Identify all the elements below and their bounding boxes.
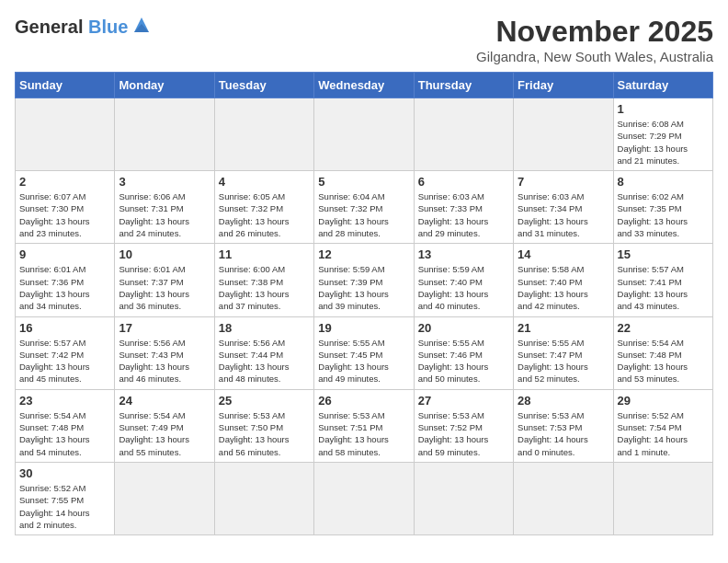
day-info: Sunrise: 5:52 AM Sunset: 7:54 PM Dayligh… — [618, 409, 709, 458]
logo-icon — [131, 15, 152, 39]
calendar-cell — [514, 98, 613, 171]
day-number: 9 — [19, 247, 110, 261]
day-number: 1 — [618, 102, 709, 116]
day-number: 23 — [19, 394, 110, 408]
day-info: Sunrise: 6:06 AM Sunset: 7:31 PM Dayligh… — [119, 190, 210, 239]
day-info: Sunrise: 6:00 AM Sunset: 7:38 PM Dayligh… — [219, 263, 310, 312]
day-info: Sunrise: 5:55 AM Sunset: 7:46 PM Dayligh… — [418, 337, 509, 385]
calendar-week-row: 16Sunrise: 5:57 AM Sunset: 7:42 PM Dayli… — [16, 316, 713, 389]
day-info: Sunrise: 5:59 AM Sunset: 7:40 PM Dayligh… — [418, 263, 509, 312]
logo-text: General Blue — [15, 17, 128, 38]
day-number: 18 — [219, 321, 310, 335]
calendar-cell: 4Sunrise: 6:05 AM Sunset: 7:32 PM Daylig… — [214, 171, 313, 244]
calendar-cell — [414, 98, 513, 171]
calendar-cell: 19Sunrise: 5:55 AM Sunset: 7:45 PM Dayli… — [314, 316, 414, 389]
day-info: Sunrise: 6:01 AM Sunset: 7:36 PM Dayligh… — [19, 263, 110, 312]
day-info: Sunrise: 6:01 AM Sunset: 7:37 PM Dayligh… — [119, 263, 210, 312]
day-info: Sunrise: 5:53 AM Sunset: 7:51 PM Dayligh… — [318, 409, 409, 458]
day-info: Sunrise: 5:53 AM Sunset: 7:53 PM Dayligh… — [518, 409, 609, 458]
weekday-header-sunday: Sunday — [16, 73, 115, 98]
calendar-cell — [115, 98, 214, 171]
day-number: 17 — [119, 321, 210, 335]
calendar-cell: 11Sunrise: 6:00 AM Sunset: 7:38 PM Dayli… — [214, 244, 313, 316]
day-number: 2 — [19, 175, 110, 189]
logo: General Blue — [15, 15, 152, 39]
page-header: General Blue November 2025 Gilgandra, Ne… — [15, 15, 713, 64]
day-number: 7 — [518, 175, 609, 189]
calendar-cell: 1Sunrise: 6:08 AM Sunset: 7:29 PM Daylig… — [613, 98, 712, 171]
calendar-cell: 20Sunrise: 5:55 AM Sunset: 7:46 PM Dayli… — [414, 316, 513, 389]
day-number: 3 — [119, 175, 210, 189]
calendar-cell: 5Sunrise: 6:04 AM Sunset: 7:32 PM Daylig… — [314, 171, 414, 244]
day-number: 30 — [19, 466, 110, 480]
calendar-cell: 23Sunrise: 5:54 AM Sunset: 7:48 PM Dayli… — [16, 389, 115, 462]
calendar-cell: 17Sunrise: 5:56 AM Sunset: 7:43 PM Dayli… — [115, 316, 214, 389]
weekday-header-tuesday: Tuesday — [214, 73, 313, 98]
day-number: 16 — [19, 321, 110, 335]
calendar-cell: 27Sunrise: 5:53 AM Sunset: 7:52 PM Dayli… — [414, 389, 513, 462]
calendar-cell: 2Sunrise: 6:07 AM Sunset: 7:30 PM Daylig… — [16, 171, 115, 244]
calendar-cell: 9Sunrise: 6:01 AM Sunset: 7:36 PM Daylig… — [16, 244, 115, 316]
weekday-header-row: SundayMondayTuesdayWednesdayThursdayFrid… — [16, 73, 713, 98]
weekday-header-friday: Friday — [514, 73, 613, 98]
day-number: 6 — [418, 175, 509, 189]
day-info: Sunrise: 6:05 AM Sunset: 7:32 PM Dayligh… — [219, 190, 310, 239]
calendar-week-row: 23Sunrise: 5:54 AM Sunset: 7:48 PM Dayli… — [16, 389, 713, 462]
day-number: 14 — [518, 247, 609, 261]
calendar-cell: 10Sunrise: 6:01 AM Sunset: 7:37 PM Dayli… — [115, 244, 214, 316]
day-number: 27 — [418, 394, 509, 408]
weekday-header-wednesday: Wednesday — [314, 73, 414, 98]
calendar-cell: 28Sunrise: 5:53 AM Sunset: 7:53 PM Dayli… — [514, 389, 613, 462]
day-info: Sunrise: 5:55 AM Sunset: 7:45 PM Dayligh… — [318, 337, 409, 385]
day-info: Sunrise: 6:03 AM Sunset: 7:33 PM Dayligh… — [418, 190, 509, 239]
day-number: 21 — [518, 321, 609, 335]
calendar-week-row: 1Sunrise: 6:08 AM Sunset: 7:29 PM Daylig… — [16, 98, 713, 171]
calendar-cell — [115, 462, 214, 534]
calendar-week-row: 9Sunrise: 6:01 AM Sunset: 7:36 PM Daylig… — [16, 244, 713, 316]
calendar-cell: 16Sunrise: 5:57 AM Sunset: 7:42 PM Dayli… — [16, 316, 115, 389]
calendar-cell: 6Sunrise: 6:03 AM Sunset: 7:33 PM Daylig… — [414, 171, 513, 244]
day-info: Sunrise: 5:52 AM Sunset: 7:55 PM Dayligh… — [19, 482, 110, 531]
calendar-week-row: 2Sunrise: 6:07 AM Sunset: 7:30 PM Daylig… — [16, 171, 713, 244]
day-info: Sunrise: 5:57 AM Sunset: 7:41 PM Dayligh… — [618, 263, 709, 312]
day-info: Sunrise: 5:53 AM Sunset: 7:52 PM Dayligh… — [418, 409, 509, 458]
day-number: 4 — [219, 175, 310, 189]
calendar-cell: 12Sunrise: 5:59 AM Sunset: 7:39 PM Dayli… — [314, 244, 414, 316]
calendar-cell: 8Sunrise: 6:02 AM Sunset: 7:35 PM Daylig… — [613, 171, 712, 244]
calendar-cell — [514, 462, 613, 534]
calendar-cell — [214, 462, 313, 534]
calendar-cell — [613, 462, 712, 534]
day-number: 28 — [518, 394, 609, 408]
day-info: Sunrise: 5:56 AM Sunset: 7:43 PM Dayligh… — [119, 337, 210, 385]
day-number: 26 — [318, 394, 409, 408]
calendar-cell: 3Sunrise: 6:06 AM Sunset: 7:31 PM Daylig… — [115, 171, 214, 244]
day-info: Sunrise: 5:54 AM Sunset: 7:48 PM Dayligh… — [618, 337, 709, 385]
weekday-header-monday: Monday — [115, 73, 214, 98]
day-number: 20 — [418, 321, 509, 335]
day-info: Sunrise: 6:07 AM Sunset: 7:30 PM Dayligh… — [19, 190, 110, 239]
day-number: 12 — [318, 247, 409, 261]
calendar-cell: 14Sunrise: 5:58 AM Sunset: 7:40 PM Dayli… — [514, 244, 613, 316]
day-info: Sunrise: 5:57 AM Sunset: 7:42 PM Dayligh… — [19, 337, 110, 385]
calendar-cell: 24Sunrise: 5:54 AM Sunset: 7:49 PM Dayli… — [115, 389, 214, 462]
day-info: Sunrise: 5:56 AM Sunset: 7:44 PM Dayligh… — [219, 337, 310, 385]
day-number: 15 — [618, 247, 709, 261]
day-info: Sunrise: 6:02 AM Sunset: 7:35 PM Dayligh… — [618, 190, 709, 239]
calendar-cell: 18Sunrise: 5:56 AM Sunset: 7:44 PM Dayli… — [214, 316, 313, 389]
calendar-cell: 25Sunrise: 5:53 AM Sunset: 7:50 PM Dayli… — [214, 389, 313, 462]
month-title: November 2025 — [476, 15, 713, 49]
day-info: Sunrise: 5:58 AM Sunset: 7:40 PM Dayligh… — [518, 263, 609, 312]
calendar-cell: 7Sunrise: 6:03 AM Sunset: 7:34 PM Daylig… — [514, 171, 613, 244]
day-number: 24 — [119, 394, 210, 408]
day-info: Sunrise: 5:53 AM Sunset: 7:50 PM Dayligh… — [219, 409, 310, 458]
day-number: 8 — [618, 175, 709, 189]
calendar-cell: 22Sunrise: 5:54 AM Sunset: 7:48 PM Dayli… — [613, 316, 712, 389]
calendar-cell — [214, 98, 313, 171]
title-block: November 2025 Gilgandra, New South Wales… — [476, 15, 713, 64]
calendar-cell: 21Sunrise: 5:55 AM Sunset: 7:47 PM Dayli… — [514, 316, 613, 389]
location-title: Gilgandra, New South Wales, Australia — [476, 49, 713, 64]
day-info: Sunrise: 6:08 AM Sunset: 7:29 PM Dayligh… — [618, 118, 709, 167]
calendar-week-row: 30Sunrise: 5:52 AM Sunset: 7:55 PM Dayli… — [16, 462, 713, 534]
day-info: Sunrise: 5:54 AM Sunset: 7:48 PM Dayligh… — [19, 409, 110, 458]
calendar-cell: 29Sunrise: 5:52 AM Sunset: 7:54 PM Dayli… — [613, 389, 712, 462]
